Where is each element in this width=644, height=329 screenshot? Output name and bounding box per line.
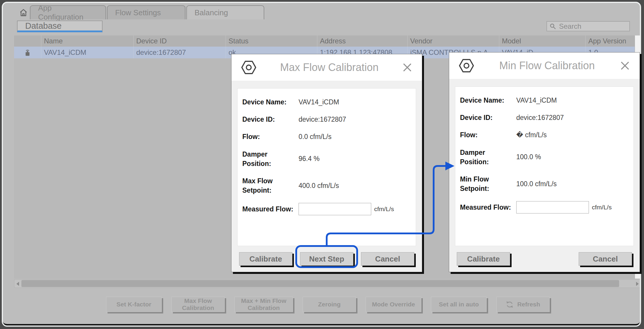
measured-flow-input[interactable] — [516, 201, 589, 213]
horizontal-scrollbar-thumb[interactable] — [21, 280, 619, 287]
scroll-right-arrow-icon[interactable] — [636, 282, 639, 286]
header-cell-device-id: Device ID — [133, 35, 226, 47]
min-flow-calibration-dialog: Min Flow Calibration Device Name: VAV14_… — [449, 52, 640, 272]
set-all-in-auto-button[interactable]: Set all in auto — [431, 297, 487, 312]
next-step-button[interactable]: Next Step — [300, 252, 353, 266]
tab-label: Flow Settings — [115, 8, 161, 17]
tab-database[interactable]: Database — [17, 21, 103, 32]
unit-label: cfm/L/s — [374, 206, 394, 213]
measured-flow-input[interactable] — [299, 203, 371, 215]
nut-icon — [458, 57, 475, 74]
button-label: Cancel — [593, 255, 618, 264]
header-cell-model: Model — [499, 35, 585, 47]
header-cell-icon — [14, 35, 41, 47]
row-cell-name: VAV14_iCDM — [41, 47, 133, 58]
button-label: Refresh — [517, 301, 540, 308]
nut-icon — [240, 59, 257, 76]
field-device-id: Device ID: device:1672807 — [460, 113, 633, 122]
header-cell-status: Status — [226, 35, 317, 47]
dialog-header: Max Flow Calibration — [231, 54, 422, 81]
button-label: Max + Min Flow Calibration — [235, 297, 293, 311]
dialog-body: Device Name: VAV14_iCDM Device ID: devic… — [237, 88, 416, 246]
field-label: Device Name: — [242, 97, 294, 107]
field-device-name: Device Name: VAV14_iCDM — [460, 96, 633, 105]
field-label: Max Flow Setpoint: — [242, 176, 294, 195]
field-flow: Flow: 0.0 cfm/L/s — [242, 132, 416, 141]
max-min-flow-calibration-button[interactable]: Max + Min Flow Calibration — [234, 297, 293, 312]
field-label: Measured Flow: — [242, 204, 294, 214]
field-value: � cfm/L/s — [516, 131, 547, 139]
max-flow-calibration-dialog: Max Flow Calibration Device Name: VAV14_… — [231, 54, 422, 272]
field-damper-position: Damper Position: 96.4 % — [242, 150, 416, 168]
field-value: 100.0 cfm/L/s — [516, 180, 557, 188]
button-label: Set all in auto — [439, 301, 479, 308]
tab-label: Balancing — [195, 8, 228, 17]
close-icon[interactable] — [401, 62, 413, 73]
field-value: 400.0 cfm/L/s — [299, 182, 339, 190]
subtab-label: Database — [25, 21, 62, 31]
field-label: Damper Position: — [242, 150, 294, 168]
mode-override-button[interactable]: Mode Override — [366, 297, 421, 312]
field-label: Device ID: — [242, 115, 294, 124]
field-damper-position: Damper Position: 100.0 % — [460, 148, 633, 167]
button-label: Mode Override — [372, 301, 415, 308]
field-measured-flow: Measured Flow: cfm/L/s — [242, 203, 416, 215]
field-device-id: Device ID: device:1672807 — [242, 115, 416, 124]
top-tab-strip: App Configuration Flow Settings Balancin… — [30, 5, 265, 19]
field-value: 100.0 % — [516, 153, 541, 161]
calibrate-button[interactable]: Calibrate — [239, 252, 292, 266]
field-label: Flow: — [460, 130, 512, 140]
row-cell-device-id: device:1672807 — [133, 47, 226, 58]
header-cell-vendor: Vendor — [407, 35, 499, 47]
refresh-button[interactable]: Refresh — [496, 297, 550, 312]
tab-label: App Configuration — [38, 4, 98, 22]
horizontal-scrollbar[interactable] — [14, 279, 640, 288]
calibrate-button[interactable]: Calibrate — [457, 252, 510, 266]
header-cell-address: Address — [317, 35, 407, 47]
field-flow: Flow: � cfm/L/s — [460, 130, 633, 140]
field-min-flow-setpoint: Min Flow Setpoint: 100.0 cfm/L/s — [460, 174, 633, 193]
row-cell-icon — [14, 47, 41, 58]
unit-label: cfm/L/s — [592, 204, 612, 211]
field-device-name: Device Name: VAV14_iCDM — [242, 97, 416, 107]
dialog-header: Min Flow Calibration — [449, 52, 640, 79]
field-label: Device ID: — [460, 113, 512, 122]
field-label: Measured Flow: — [460, 203, 512, 212]
dialog-body: Device Name: VAV14_iCDM Device ID: devic… — [455, 87, 634, 246]
header-cell-name: Name — [41, 35, 133, 47]
button-label: Calibrate — [249, 255, 282, 264]
tab-flow-settings[interactable]: Flow Settings — [107, 5, 185, 19]
dialog-footer: Calibrate Next Step Cancel — [231, 246, 422, 272]
bottom-toolbar: Set K-factor Max Flow Calibration Max + … — [106, 297, 550, 312]
home-icon[interactable] — [19, 8, 28, 17]
field-max-flow-setpoint: Max Flow Setpoint: 400.0 cfm/L/s — [242, 176, 416, 195]
button-label: Zeroing — [318, 301, 341, 308]
table-header: Name Device ID Status Address Vendor Mod… — [14, 35, 635, 47]
scroll-left-arrow-icon[interactable] — [16, 282, 19, 286]
field-label: Min Flow Setpoint: — [460, 174, 512, 193]
screenshot-stage: App Configuration Flow Settings Balancin… — [0, 0, 644, 329]
device-icon — [23, 48, 32, 57]
field-label: Flow: — [242, 132, 294, 141]
set-k-factor-button[interactable]: Set K-factor — [106, 297, 162, 312]
button-label: Cancel — [375, 255, 400, 264]
close-icon[interactable] — [619, 60, 631, 72]
dialog-title: Max Flow Calibration — [257, 61, 401, 74]
field-label: Device Name: — [460, 96, 512, 105]
cancel-button[interactable]: Cancel — [579, 252, 632, 266]
search-input[interactable] — [558, 22, 627, 31]
search-icon — [549, 23, 556, 30]
field-value: VAV14_iCDM — [299, 98, 339, 106]
cancel-button[interactable]: Cancel — [361, 252, 414, 266]
tab-balancing[interactable]: Balancing — [186, 5, 264, 19]
field-label: Damper Position: — [460, 148, 512, 167]
dialog-footer: Calibrate Cancel — [449, 246, 640, 272]
search-box — [546, 21, 630, 31]
zeroing-button[interactable]: Zeroing — [303, 297, 356, 312]
field-value: 96.4 % — [299, 155, 320, 163]
tab-app-configuration[interactable]: App Configuration — [30, 5, 106, 19]
button-label: Set K-factor — [116, 301, 151, 308]
field-value: device:1672807 — [516, 114, 564, 122]
max-flow-calibration-button[interactable]: Max Flow Calibration — [171, 297, 225, 312]
button-label: Next Step — [309, 255, 344, 264]
